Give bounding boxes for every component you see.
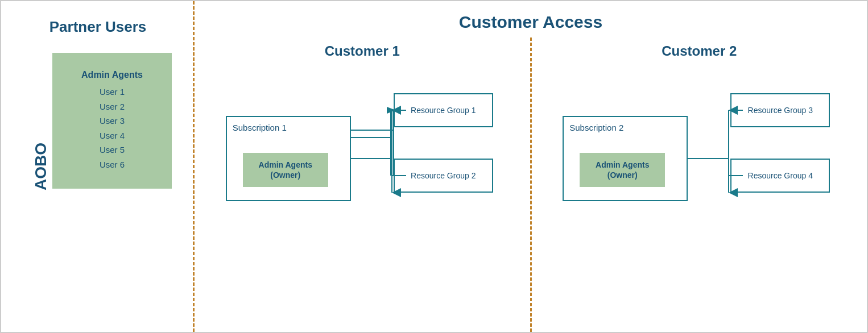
main-container: Partner Users AOBO Admin Agents User 1 U… <box>0 0 868 333</box>
aobo-label: AOBO <box>32 143 50 190</box>
list-item: User 3 <box>75 114 149 128</box>
resource-group-1-box: Resource Group 1 <box>394 93 493 127</box>
admin-agents-title: Admin Agents <box>75 70 149 80</box>
customer-1-section: Customer 1 Subscription 1 Admin Agents(O… <box>195 38 530 332</box>
customer-2-title: Customer 2 <box>662 43 737 59</box>
admin-owner-2-box: Admin Agents(Owner) <box>580 153 665 187</box>
list-item: User 5 <box>75 143 149 157</box>
customer-2-section: Customer 2 Subscription 2 Admin Agents(O… <box>532 38 867 332</box>
list-item: User 4 <box>75 128 149 143</box>
admin-owner-1-box: Admin Agents(Owner) <box>243 153 328 187</box>
list-item: User 1 <box>75 85 149 99</box>
resource-group-2-box: Resource Group 2 <box>394 159 493 193</box>
partner-users-title: Partner Users <box>49 18 147 36</box>
list-item: User 6 <box>75 157 149 172</box>
customer-access-title: Customer Access <box>195 1 867 38</box>
resource-group-4-box: Resource Group 4 <box>730 159 830 193</box>
customer-1-title: Customer 1 <box>325 43 400 59</box>
user-list: User 1 User 2 User 3 User 4 User 5 User … <box>75 85 149 172</box>
admin-agents-box: Admin Agents User 1 User 2 User 3 User 4… <box>52 53 172 189</box>
resource-group-3-box: Resource Group 3 <box>730 93 830 127</box>
customer-access-panel: Customer Access Customer 1 Subscription … <box>195 1 867 332</box>
partner-panel: Partner Users AOBO Admin Agents User 1 U… <box>1 1 195 332</box>
customers-row: Customer 1 Subscription 1 Admin Agents(O… <box>195 38 867 332</box>
list-item: User 2 <box>75 99 149 114</box>
